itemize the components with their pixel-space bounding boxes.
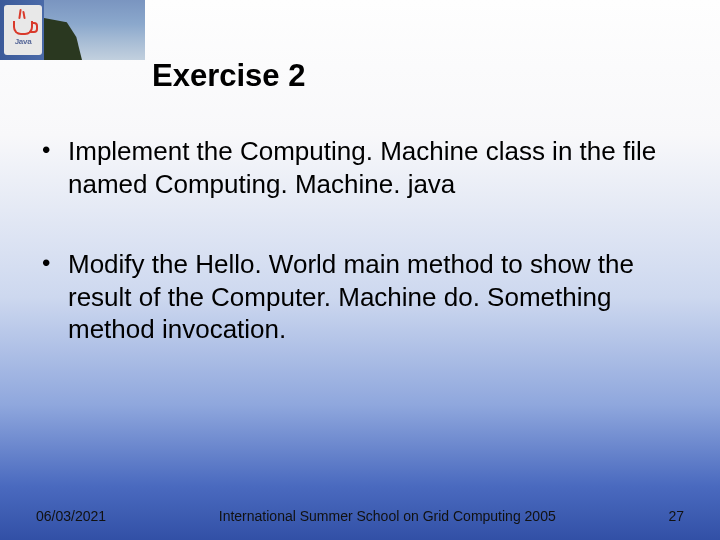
java-logo-icon: Java — [4, 5, 42, 55]
header-banner: Java — [0, 0, 145, 60]
steam-icon — [18, 9, 21, 19]
footer-venue: International Summer School on Grid Comp… — [146, 508, 628, 524]
footer-date: 06/03/2021 — [36, 508, 106, 524]
slide-title: Exercise 2 — [152, 58, 305, 94]
slide: Java Exercise 2 Implement the Computing.… — [0, 0, 720, 540]
slide-footer: 06/03/2021 International Summer School o… — [0, 508, 720, 524]
slide-content: Implement the Computing. Machine class i… — [30, 135, 690, 394]
bullet-item: Implement the Computing. Machine class i… — [30, 135, 690, 200]
steam-icon — [22, 11, 25, 19]
cliff-shape — [44, 18, 82, 60]
landscape-photo — [44, 0, 145, 60]
bullet-item: Modify the Hello. World main method to s… — [30, 248, 690, 346]
java-logo-text: Java — [15, 37, 32, 46]
footer-page-number: 27 — [668, 508, 684, 524]
cup-icon — [13, 21, 33, 35]
